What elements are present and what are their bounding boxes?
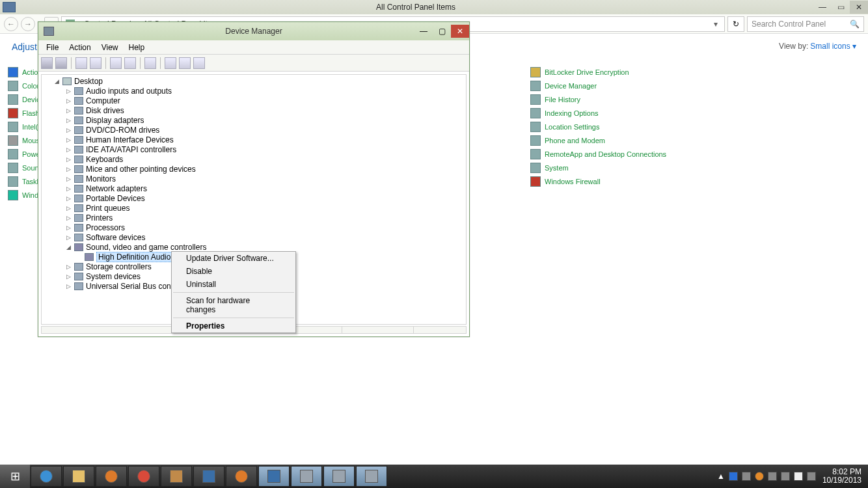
cp-item[interactable]: BitLocker Drive Encryption xyxy=(545,68,629,76)
tree-node[interactable]: ▷Display adapters xyxy=(43,115,465,125)
tree-node[interactable]: ▷Computer xyxy=(43,96,465,105)
toolbar-uninstall-icon[interactable] xyxy=(179,57,191,69)
taskbar-explorer[interactable] xyxy=(63,466,94,487)
taskbar-app[interactable] xyxy=(161,466,192,487)
taskbar-ie[interactable] xyxy=(31,466,62,487)
ctx-scan-hardware[interactable]: Scan for hardware changes xyxy=(172,294,295,316)
dm-titlebar[interactable]: Device Manager — ▢ ✕ xyxy=(38,22,469,40)
cp-item[interactable]: Device Manager xyxy=(545,82,597,90)
collapse-icon[interactable]: ◢ xyxy=(65,244,72,251)
expand-icon[interactable]: ▷ xyxy=(65,176,72,182)
tree-root[interactable]: ◢Desktop xyxy=(43,76,465,86)
cp-item[interactable]: Indexing Options xyxy=(545,109,599,117)
taskbar-device-manager[interactable] xyxy=(291,466,322,487)
forward-button[interactable]: → xyxy=(21,17,35,31)
tree-node[interactable]: ▷DVD/CD-ROM drives xyxy=(43,125,465,135)
menu-help[interactable]: Help xyxy=(124,42,150,53)
search-input[interactable]: Search Control Panel 🔍 xyxy=(747,16,864,32)
ctx-disable[interactable]: Disable xyxy=(172,265,295,278)
cp-item[interactable]: Phone and Modem xyxy=(545,137,605,144)
expand-icon[interactable]: ▷ xyxy=(65,283,72,290)
toolbar-show-hide-icon[interactable] xyxy=(75,57,87,69)
expand-icon[interactable]: ▷ xyxy=(65,215,72,221)
expand-icon[interactable]: ▷ xyxy=(65,107,72,114)
taskbar-chrome[interactable] xyxy=(128,466,159,487)
toolbar-scan-icon[interactable] xyxy=(193,57,205,69)
toolbar-enable-icon[interactable] xyxy=(165,57,176,69)
expand-icon[interactable]: ▷ xyxy=(65,117,72,124)
tree-node[interactable]: ▷Audio inputs and outputs xyxy=(43,86,465,96)
taskbar-app2[interactable] xyxy=(193,466,224,487)
menu-view[interactable]: View xyxy=(96,42,124,53)
tree-node[interactable]: ▷Keyboards xyxy=(43,154,465,164)
expand-icon[interactable]: ▷ xyxy=(65,273,72,280)
tree-node[interactable]: ▷Processors xyxy=(43,223,465,232)
tree-node[interactable]: ▷Human Interface Devices xyxy=(43,135,465,144)
taskbar-device-manager2[interactable] xyxy=(323,466,355,487)
expand-icon[interactable]: ▷ xyxy=(65,195,72,202)
expand-icon[interactable]: ▷ xyxy=(65,264,72,270)
tray-action-center-icon[interactable] xyxy=(794,472,803,481)
menu-action[interactable]: Action xyxy=(64,42,96,53)
toolbar-properties-icon[interactable] xyxy=(90,57,102,69)
expand-icon[interactable]: ▷ xyxy=(65,205,72,211)
expand-icon[interactable]: ▷ xyxy=(65,166,72,172)
tree-node[interactable]: ▷Disk drives xyxy=(43,105,465,115)
close-button[interactable]: ✕ xyxy=(850,1,868,14)
expand-icon[interactable]: ▷ xyxy=(65,224,72,231)
tree-node[interactable]: ▷Software devices xyxy=(43,232,465,242)
collapse-icon[interactable]: ◢ xyxy=(53,78,60,85)
refresh-button[interactable]: ↻ xyxy=(727,16,744,32)
toolbar-separator xyxy=(140,57,141,69)
toolbar-update-icon[interactable] xyxy=(144,57,156,69)
tray-battery-icon[interactable] xyxy=(768,472,777,481)
toolbar-back-icon[interactable] xyxy=(41,57,53,69)
tray-shield-icon[interactable] xyxy=(729,472,738,481)
tray-icon[interactable] xyxy=(742,472,751,481)
tree-node[interactable]: ▷Network adapters xyxy=(43,183,465,193)
cp-item[interactable]: Windows Firewall xyxy=(545,178,601,185)
expand-icon[interactable]: ▷ xyxy=(65,88,72,94)
toolbar-forward-icon[interactable] xyxy=(55,57,67,69)
minimize-button[interactable]: — xyxy=(813,1,832,14)
tree-node[interactable]: ▷Portable Devices xyxy=(43,193,465,203)
expand-icon[interactable]: ▷ xyxy=(65,137,72,143)
tree-node[interactable]: ▷Printers xyxy=(43,213,465,223)
address-dropdown-icon[interactable]: ▾ xyxy=(711,20,720,29)
ctx-uninstall[interactable]: Uninstall xyxy=(172,278,295,291)
expand-icon[interactable]: ▷ xyxy=(65,234,72,241)
ctx-update-driver[interactable]: Update Driver Software... xyxy=(172,252,295,265)
cp-item[interactable]: Location Settings xyxy=(545,123,599,131)
tray-volume-icon[interactable] xyxy=(807,472,816,481)
taskbar-firefox2[interactable] xyxy=(226,466,257,487)
taskbar-firefox[interactable] xyxy=(96,466,127,487)
tray-icon[interactable] xyxy=(755,472,764,481)
expand-icon[interactable]: ▷ xyxy=(65,127,72,133)
tree-node-sound[interactable]: ◢Sound, video and game controllers xyxy=(43,242,465,252)
expand-icon[interactable]: ▷ xyxy=(65,185,72,192)
taskbar-control-panel[interactable] xyxy=(258,466,290,487)
app-icon xyxy=(170,470,183,483)
tree-node[interactable]: ▷Print queues xyxy=(43,203,465,213)
back-button[interactable]: ← xyxy=(4,17,18,31)
toolbar-tree-icon[interactable] xyxy=(124,57,136,69)
tree-node[interactable]: ▷Mice and other pointing devices xyxy=(43,164,465,174)
tray-network-icon[interactable] xyxy=(781,472,790,481)
cp-item[interactable]: System xyxy=(545,164,569,172)
expand-icon[interactable]: ▷ xyxy=(65,98,72,104)
tree-node[interactable]: ▷Monitors xyxy=(43,174,465,183)
taskbar-device-manager3[interactable] xyxy=(356,466,387,487)
maximize-button[interactable]: ▭ xyxy=(832,1,850,14)
cp-item[interactable]: RemoteApp and Desktop Connections xyxy=(545,150,666,158)
start-button[interactable]: ⊞ xyxy=(0,465,30,488)
tray-overflow-icon[interactable]: ▲ xyxy=(717,472,725,481)
expand-icon[interactable]: ▷ xyxy=(65,156,72,163)
menu-file[interactable]: File xyxy=(41,42,64,53)
cp-item[interactable]: File History xyxy=(545,96,580,103)
taskbar-clock[interactable]: 8:02 PM 10/19/2013 xyxy=(820,468,864,485)
ctx-properties[interactable]: Properties xyxy=(172,319,295,332)
view-by-dropdown[interactable]: Small icons ▾ xyxy=(810,42,856,51)
toolbar-help-icon[interactable] xyxy=(110,57,122,69)
tree-node[interactable]: ▷IDE ATA/ATAPI controllers xyxy=(43,144,465,154)
expand-icon[interactable]: ▷ xyxy=(65,146,72,153)
